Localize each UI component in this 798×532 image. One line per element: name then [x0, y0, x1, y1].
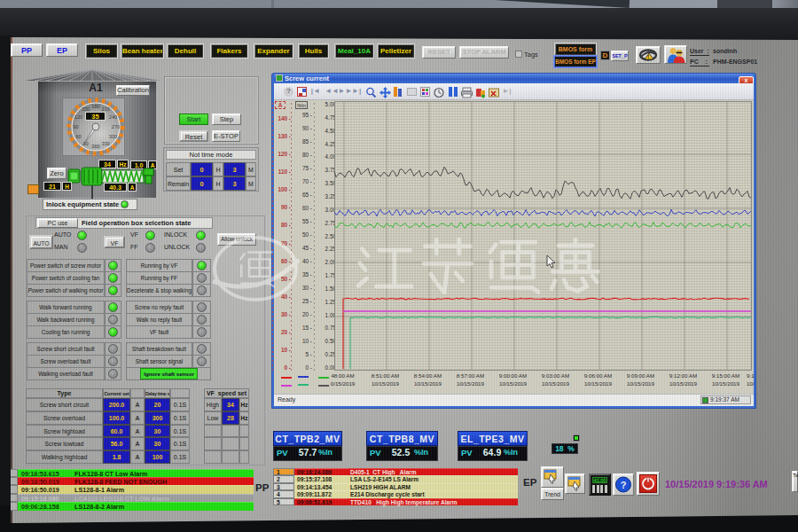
svg-text:90: 90 — [73, 124, 78, 129]
svg-text:240: 240 — [109, 114, 117, 120]
svg-text:270: 270 — [112, 124, 120, 129]
svg-text:360: 360 — [91, 144, 99, 149]
svg-text:300: 300 — [109, 134, 117, 139]
svg-text:120: 120 — [74, 114, 82, 120]
svg-text:180: 180 — [91, 104, 99, 109]
svg-text:!: ! — [647, 54, 649, 59]
svg-text:?: ? — [621, 480, 627, 490]
svg-text:330: 330 — [102, 141, 110, 146]
svg-text:60: 60 — [75, 134, 81, 139]
